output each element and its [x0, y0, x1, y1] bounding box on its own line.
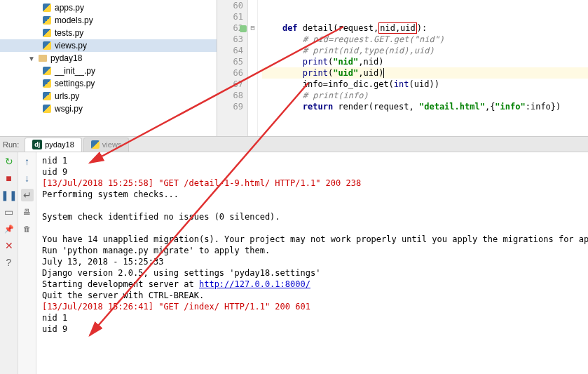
tree-item-label: views.py	[55, 41, 87, 51]
run-toolbar-right: ↑ ↓ ↵ 🖶 🗑	[18, 152, 36, 374]
console-line: Django version 2.0.5, using settings 'py…	[42, 267, 582, 279]
console-output[interactable]: nid 1uid 9[13/Jul/2018 15:25:58] "GET /d…	[36, 152, 588, 374]
run-toolbar-left: ↻ ■ ❚❚ ▭ 📌 ✕ ?	[0, 152, 18, 374]
soft-wrap-button[interactable]: ↵	[21, 189, 34, 201]
line-number-gutter: 60616263646566676869	[217, 0, 248, 136]
line-number: 69	[217, 101, 243, 112]
code-line[interactable]	[262, 11, 588, 22]
tree-item-wsgi-py[interactable]: wsgi.py	[0, 102, 217, 115]
console-line: July 13, 2018 - 15:25:33	[42, 256, 582, 267]
console-line: [13/Jul/2018 15:25:58] "GET /detail-1-9.…	[42, 178, 582, 189]
console-line: Run 'python manage.py migrate' to apply …	[42, 245, 582, 256]
line-number: 63	[217, 34, 243, 45]
run-tab-views[interactable]: views	[83, 138, 130, 152]
code-line[interactable]	[262, 0, 588, 11]
tree-item-pyday18[interactable]: ▼pyday18	[0, 52, 217, 65]
console-line: You have 14 unapplied migration(s). Your…	[42, 234, 582, 245]
line-number: 66	[217, 67, 243, 79]
code-editor[interactable]: 60616263646566676869 ⊟ def detail(reques…	[217, 0, 588, 136]
project-tree[interactable]: apps.pymodels.pytests.pyviews.py▼pyday18…	[0, 0, 217, 136]
run-tab-pyday18[interactable]: djpyday18	[25, 138, 82, 152]
line-number: 68	[217, 90, 243, 101]
scroll-up-button[interactable]: ↑	[21, 155, 34, 168]
console-line: System check identified no issues (0 sil…	[42, 211, 582, 222]
tree-item-label: wsgi.py	[55, 104, 83, 114]
console-line: Quit the server with CTRL-BREAK.	[42, 290, 582, 301]
line-number: 65	[217, 56, 243, 67]
line-number: 61	[217, 11, 243, 22]
tree-item-label: apps.py	[55, 3, 84, 13]
console-line	[42, 222, 582, 234]
code-area[interactable]: def detail(request,nid,uid): # nid=reque…	[258, 0, 588, 136]
console-line: uid 9	[42, 323, 582, 335]
tree-item-models-py[interactable]: models.py	[0, 14, 217, 27]
close-button[interactable]: ✕	[3, 239, 15, 252]
code-line[interactable]: # print(nid,type(nid),uid)	[262, 45, 588, 56]
console-line: nid 1	[42, 312, 582, 323]
console-line: uid 9	[42, 166, 582, 178]
tree-item-label: pyday18	[50, 53, 82, 63]
tree-item-tests-py[interactable]: tests.py	[0, 27, 217, 39]
code-line[interactable]: return render(request, "detail.html",{"i…	[262, 101, 588, 112]
help-button[interactable]: ?	[3, 256, 15, 269]
code-line[interactable]: def detail(request,nid,uid):	[262, 22, 588, 34]
line-number: 64	[217, 45, 243, 56]
layout-button[interactable]: ▭	[3, 206, 15, 218]
console-line: Starting development server at http://12…	[42, 279, 582, 290]
run-tool-window-tabs: Run: djpyday18views	[0, 137, 588, 152]
pin-button[interactable]: 📌	[3, 222, 15, 235]
code-line[interactable]: # print(info)	[262, 90, 588, 101]
code-line[interactable]: print("nid",nid)	[262, 56, 588, 67]
tree-item-views-py[interactable]: views.py	[0, 39, 217, 52]
run-tab-label: views	[102, 140, 122, 149]
tree-item-label: settings.py	[55, 79, 95, 88]
code-line[interactable]: info=info_dic.get(int(uid))	[262, 79, 588, 90]
run-label: Run:	[3, 140, 19, 149]
print-button[interactable]: 🖶	[21, 206, 34, 218]
line-number: 62	[217, 22, 243, 34]
tree-item-apps-py[interactable]: apps.py	[0, 1, 217, 14]
tree-item-label: models.py	[55, 15, 93, 25]
line-number: 60	[217, 0, 243, 11]
svg-rect-0	[240, 25, 247, 32]
tree-item-label: __init__.py	[55, 66, 95, 76]
tree-item-label: urls.py	[55, 91, 79, 101]
pause-button[interactable]: ❚❚	[3, 189, 15, 201]
line-number: 67	[217, 79, 243, 90]
rerun-button[interactable]: ↻	[3, 155, 15, 168]
code-line[interactable]: print("uid",uid)	[262, 67, 588, 79]
fold-gutter[interactable]: ⊟	[248, 0, 258, 136]
stop-button[interactable]: ■	[3, 172, 15, 185]
tree-item-urls-py[interactable]: urls.py	[0, 90, 217, 102]
console-line: nid 1	[42, 155, 582, 166]
tree-item-settings-py[interactable]: settings.py	[0, 77, 217, 90]
tree-item-label: tests.py	[55, 28, 83, 38]
console-line	[42, 200, 582, 211]
clear-button[interactable]: 🗑	[21, 222, 34, 235]
scroll-down-button[interactable]: ↓	[21, 172, 34, 185]
console-line: [13/Jul/2018 15:26:41] "GET /index/ HTTP…	[42, 301, 582, 312]
run-tab-label: pyday18	[45, 140, 74, 149]
tree-item-__init__-py[interactable]: __init__.py	[0, 65, 217, 77]
console-line: Performing system checks...	[42, 189, 582, 200]
code-line[interactable]: # nid=request.GET.get("nid")	[262, 34, 588, 45]
